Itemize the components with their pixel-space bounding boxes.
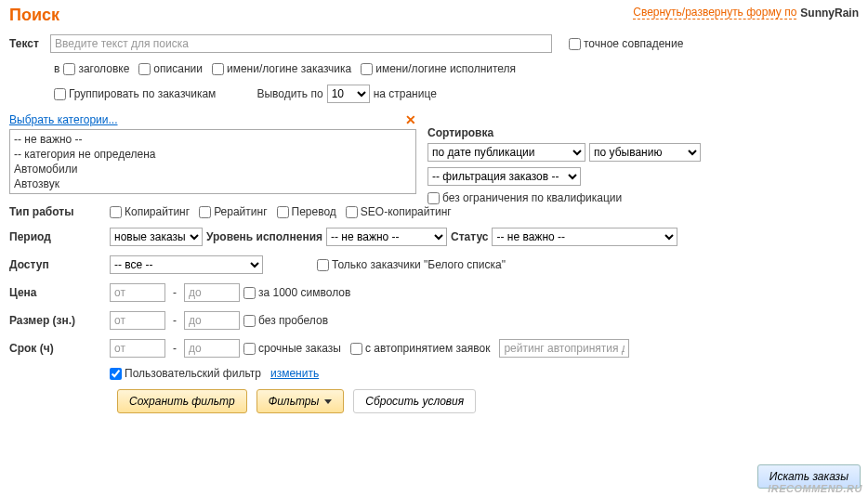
choose-categories-link[interactable]: Выбрать категории... (9, 113, 118, 126)
period-label: Период (9, 230, 106, 243)
translation-checkbox[interactable] (277, 206, 289, 218)
status-label: Статус (451, 230, 488, 243)
price-from-input[interactable] (110, 283, 165, 302)
change-filter-link[interactable]: изменить (270, 367, 319, 380)
term-to-input[interactable] (184, 339, 240, 358)
sort-title: Сортировка (427, 126, 701, 139)
whitelist-checkbox[interactable] (317, 259, 329, 271)
user-filter-checkbox[interactable] (110, 368, 122, 380)
order-filter-select[interactable]: -- фильтрация заказов -- (427, 167, 581, 186)
access-label: Доступ (9, 258, 106, 271)
no-spaces-checkbox[interactable] (243, 315, 256, 327)
exact-match-checkbox[interactable] (569, 38, 581, 50)
per-page-suffix: на странице (374, 87, 437, 100)
in-title-checkbox[interactable] (63, 63, 75, 75)
toggle-form-link[interactable]: Свернуть/развернуть форму по (633, 6, 796, 20)
work-type-label: Тип работы (9, 205, 106, 218)
auto-accept-checkbox[interactable] (350, 343, 362, 355)
watermark: IRECOMMEND.RU (768, 483, 862, 494)
urgent-checkbox[interactable] (243, 343, 256, 355)
categories-list[interactable]: -- не важно -- -- категория не определен… (9, 129, 416, 194)
reset-button[interactable]: Сбросить условия (353, 389, 476, 413)
search-text-input[interactable] (50, 34, 552, 53)
size-from-input[interactable] (110, 311, 165, 330)
output-by-label: Выводить по (256, 87, 322, 100)
sort-dir-select[interactable]: по убыванию (589, 143, 701, 162)
status-select[interactable]: -- не важно -- (492, 228, 677, 246)
level-label: Уровень исполнения (206, 230, 322, 243)
rewriting-checkbox[interactable] (199, 206, 211, 218)
level-select[interactable]: -- не важно -- (326, 228, 447, 246)
period-select[interactable]: новые заказы (110, 228, 203, 246)
per-1000-checkbox[interactable] (243, 287, 256, 299)
list-item[interactable]: -- не важно -- (12, 132, 414, 147)
group-by-customer-checkbox[interactable] (54, 88, 66, 100)
copywriting-checkbox[interactable] (110, 206, 122, 218)
list-item[interactable]: Автомобили (12, 162, 414, 176)
in-desc-checkbox[interactable] (138, 63, 151, 75)
filters-button[interactable]: Фильтры (256, 389, 345, 413)
username: SunnyRain (800, 7, 859, 20)
sort-by-select[interactable]: по дате публикации (427, 143, 585, 162)
no-qualification-checkbox[interactable] (427, 192, 440, 204)
list-item[interactable]: -- категория не определена (12, 147, 414, 162)
auto-rating-input[interactable] (499, 339, 629, 358)
price-to-input[interactable] (184, 283, 240, 302)
exact-match-label: точное совпадение (584, 37, 683, 50)
save-filter-button[interactable]: Сохранить фильтр (117, 389, 247, 413)
seo-checkbox[interactable] (346, 206, 358, 218)
per-page-select[interactable]: 10 (327, 85, 370, 103)
in-customer-checkbox[interactable] (212, 63, 224, 75)
size-label: Размер (зн.) (9, 314, 106, 327)
in-executor-checkbox[interactable] (361, 63, 373, 75)
price-label: Цена (9, 286, 106, 299)
term-from-input[interactable] (110, 339, 165, 358)
text-label: Текст (9, 37, 46, 50)
clear-categories-icon[interactable]: ✕ (405, 112, 416, 127)
access-select[interactable]: -- все -- (110, 255, 263, 274)
in-prefix: в (54, 62, 59, 75)
list-item[interactable]: Автозвук (12, 176, 414, 191)
size-to-input[interactable] (184, 311, 240, 330)
chevron-down-icon (324, 399, 332, 404)
page-title: Поиск (9, 6, 59, 25)
term-label: Срок (ч) (9, 342, 106, 355)
